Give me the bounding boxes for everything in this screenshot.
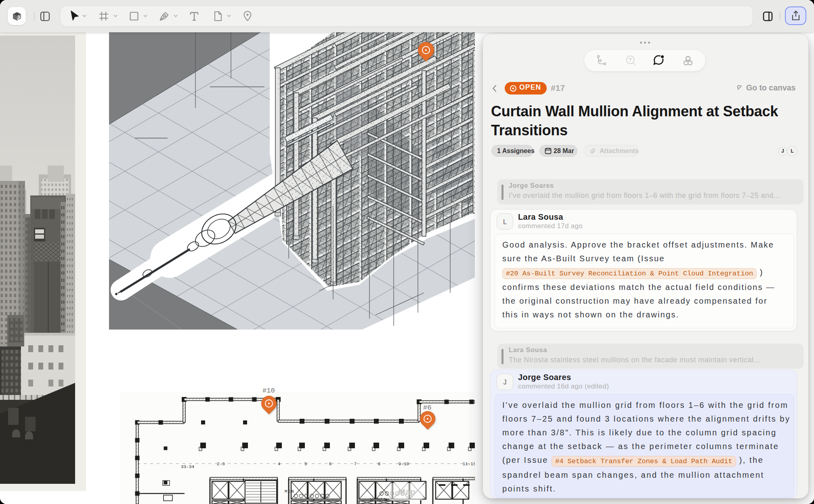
svg-text:9-10: 9-10 xyxy=(399,462,409,466)
svg-text:5: 5 xyxy=(304,462,307,466)
svg-text:33-34: 33-34 xyxy=(181,464,194,469)
svg-text:8: 8 xyxy=(378,462,381,466)
svg-text:4: 4 xyxy=(278,462,281,466)
svg-text:11-13: 11-13 xyxy=(462,462,475,466)
svg-text:MEN: MEN xyxy=(285,489,295,494)
svg-text:WOMEN: WOMEN xyxy=(370,497,387,502)
svg-text:6: 6 xyxy=(329,462,332,466)
svg-text:2-3: 2-3 xyxy=(217,462,225,466)
svg-text:7: 7 xyxy=(354,462,357,466)
